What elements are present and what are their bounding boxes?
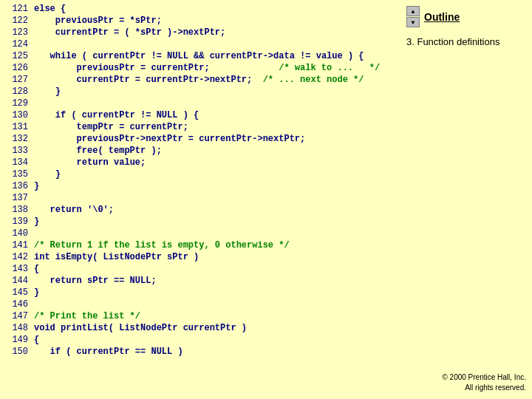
code-line: 128 }	[6, 86, 393, 98]
copyright-line1: © 2000 Prentice Hall, Inc.	[442, 372, 526, 383]
code-line: 125 while ( currentPtr != NULL && curren…	[6, 50, 393, 62]
code-token: while	[50, 50, 77, 62]
line-number: 133	[6, 145, 28, 157]
code-line: 135 }	[6, 168, 393, 180]
code-token: }	[34, 287, 39, 299]
right-panel: ▲ ▼ Outline 3. Function definitions	[399, 0, 532, 399]
outline-arrows: ▲ ▼	[406, 6, 420, 27]
line-number: 140	[6, 228, 28, 239]
code-line: 145}	[6, 287, 393, 299]
code-line: 133 free( tempPtr );	[6, 145, 393, 157]
code-token	[34, 50, 50, 62]
code-line: 126 previousPtr = currentPtr; /* walk to…	[6, 62, 393, 74]
line-number: 126	[6, 62, 28, 74]
code-line: 129	[6, 98, 393, 109]
line-number: 130	[6, 109, 28, 121]
line-number: 128	[6, 86, 28, 98]
code-line: 140	[6, 228, 393, 239]
code-token: }	[34, 180, 39, 192]
code-token: /* Return 1 if the list is empty, 0 othe…	[34, 239, 290, 251]
code-token: ( currentPtr != NULL ) {	[66, 109, 199, 121]
code-token: return '\0';	[34, 204, 114, 216]
line-number: 135	[6, 168, 28, 180]
code-token	[34, 109, 55, 121]
code-token: if ( currentPtr == NULL )	[34, 346, 183, 358]
code-token: currentPtr = ( *sPtr )->nextPtr;	[34, 27, 225, 38]
code-token: ( currentPtr != NULL && currentPtr->data…	[77, 50, 364, 62]
code-token: tempPtr = currentPtr;	[34, 121, 188, 133]
code-line: 139}	[6, 216, 393, 228]
line-number: 129	[6, 98, 28, 109]
code-line: 136}	[6, 180, 393, 192]
code-token: int isEmpty( ListNodePtr sPtr )	[34, 251, 199, 263]
code-token: currentPtr = currentPtr->nextPtr;	[34, 74, 252, 86]
code-line: 142int isEmpty( ListNodePtr sPtr )	[6, 251, 393, 263]
line-number: 143	[6, 263, 28, 275]
outline-section: 3. Function definitions	[406, 36, 499, 47]
code-line: 141/* Return 1 if the list is empty, 0 o…	[6, 239, 393, 251]
code-line: 124	[6, 38, 393, 50]
code-token: value;	[109, 157, 146, 168]
code-token: /* walk to ... */	[210, 62, 380, 74]
code-token: else {	[34, 3, 66, 15]
code-line: 134 return value;	[6, 157, 393, 168]
line-number: 136	[6, 180, 28, 192]
code-token: previousPtr = currentPtr;	[34, 62, 210, 74]
code-line: 123 currentPtr = ( *sPtr )->nextPtr;	[6, 27, 393, 38]
code-line: 121else {	[6, 3, 393, 15]
line-number: 122	[6, 15, 28, 27]
code-token: if	[55, 109, 66, 121]
code-line: 150 if ( currentPtr == NULL )	[6, 346, 393, 358]
code-token: previousPtr = *sPtr;	[34, 15, 162, 27]
code-token: previousPtr->nextPtr = currentPtr->nextP…	[34, 133, 305, 145]
code-line: 130 if ( currentPtr != NULL ) {	[6, 109, 393, 121]
line-number: 123	[6, 27, 28, 38]
line-number: 150	[6, 346, 28, 358]
code-token: return sPtr == NULL;	[34, 275, 157, 287]
code-line: 143{	[6, 263, 393, 275]
code-line: 127 currentPtr = currentPtr->nextPtr; /*…	[6, 74, 393, 86]
line-number: 125	[6, 50, 28, 62]
code-token: }	[34, 216, 39, 228]
code-line: 132 previousPtr->nextPtr = currentPtr->n…	[6, 133, 393, 145]
line-number: 132	[6, 133, 28, 145]
code-token: void printList( ListNodePtr currentPtr )	[34, 322, 247, 334]
code-line: 149{	[6, 334, 393, 346]
line-number: 139	[6, 216, 28, 228]
code-token: {	[34, 263, 39, 275]
code-line: 131 tempPtr = currentPtr;	[6, 121, 393, 133]
code-token: return	[77, 157, 109, 168]
arrow-down-button[interactable]: ▼	[406, 17, 420, 27]
line-number: 142	[6, 251, 28, 263]
line-number: 141	[6, 239, 28, 251]
outline-title: Outline	[424, 11, 460, 23]
code-line: 137	[6, 192, 393, 204]
line-number: 145	[6, 287, 28, 299]
line-number: 124	[6, 38, 28, 50]
line-number: 148	[6, 322, 28, 334]
copyright-line2: All rights reserved.	[442, 383, 526, 393]
code-token	[34, 157, 77, 168]
line-number: 134	[6, 157, 28, 168]
line-number: 121	[6, 3, 28, 15]
arrow-up-button[interactable]: ▲	[406, 6, 420, 16]
line-number: 131	[6, 121, 28, 133]
code-token: {	[34, 334, 39, 346]
line-number: 149	[6, 334, 28, 346]
code-token: }	[34, 168, 61, 180]
copyright: © 2000 Prentice Hall, Inc. All rights re…	[442, 372, 526, 393]
code-token: /* Print the list */	[34, 310, 140, 322]
line-number: 138	[6, 204, 28, 216]
code-token: free( tempPtr );	[34, 145, 162, 157]
line-number: 144	[6, 275, 28, 287]
line-number: 137	[6, 192, 28, 204]
line-number: 147	[6, 310, 28, 322]
code-panel: 121else {122 previousPtr = *sPtr;123 cur…	[0, 0, 399, 399]
code-line: 144 return sPtr == NULL;	[6, 275, 393, 287]
code-line: 148void printList( ListNodePtr currentPt…	[6, 322, 393, 334]
line-number: 146	[6, 299, 28, 310]
code-line: 147/* Print the list */	[6, 310, 393, 322]
code-token: /* ... next node */	[252, 74, 364, 86]
line-number: 127	[6, 74, 28, 86]
code-token: }	[34, 86, 61, 98]
